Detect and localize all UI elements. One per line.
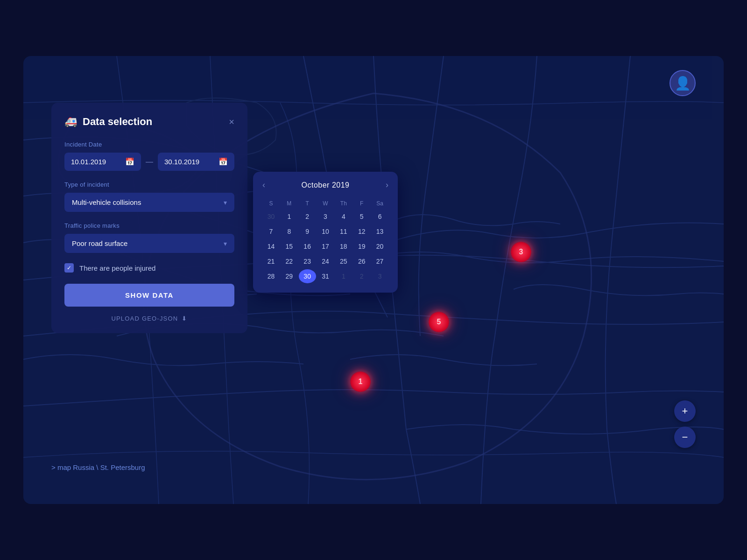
calendar-grid: S M T W Th F Sa 30 1 2 3 4 5 6 7 8 9 10 … [262, 198, 388, 283]
panel-header: 🚑 Data selection × [64, 116, 234, 128]
zoom-in-button[interactable]: + [674, 400, 696, 422]
type-select-wrapper: Multi-vehicle collisions ▾ [64, 193, 234, 212]
cal-cell[interactable]: 15 [281, 239, 298, 253]
day-header-m: M [281, 198, 298, 209]
breadcrumb: > map Russia \ St. Petersburg [51, 463, 145, 471]
cal-cell[interactable]: 2 [299, 210, 316, 224]
calendar-next-button[interactable]: › [386, 180, 388, 190]
police-label: Traffic police marks [64, 222, 234, 229]
cal-cell-selected[interactable]: 30 [299, 269, 316, 283]
cal-cell[interactable]: 8 [281, 224, 298, 238]
cal-cell[interactable]: 11 [335, 224, 352, 238]
cal-cell[interactable]: 29 [281, 269, 298, 283]
day-header-s: S [262, 198, 280, 209]
police-value: Poor road surface [72, 239, 127, 247]
close-button[interactable]: × [229, 117, 234, 126]
date-range-row: 10.01.2019 📅 — 30.10.2019 📅 [64, 153, 234, 171]
cal-cell[interactable]: 23 [299, 254, 316, 268]
cal-cell[interactable]: 1 [281, 210, 298, 224]
police-select-wrapper: Poor road surface ▾ [64, 234, 234, 253]
checkmark-icon: ✓ [67, 265, 71, 271]
cal-cell[interactable]: 26 [353, 254, 370, 268]
cal-cell[interactable]: 12 [353, 224, 370, 238]
cal-cell[interactable]: 20 [371, 239, 388, 253]
main-container: 7 3 5 1 👤 🚑 Data selection × Incident Da… [23, 56, 724, 504]
download-icon: ⬇ [182, 315, 187, 322]
cal-cell[interactable]: 16 [299, 239, 316, 253]
type-chevron-icon: ▾ [224, 199, 227, 206]
incident-date-label: Incident Date [64, 141, 234, 148]
calendar-month-year: October 2019 [302, 181, 350, 189]
cal-cell[interactable]: 2 [353, 269, 370, 283]
cal-cell[interactable]: 24 [317, 254, 334, 268]
calendar-from-icon: 📅 [125, 157, 134, 166]
breadcrumb-path: Russia \ St. Petersburg [73, 463, 145, 471]
calendar-popup: ‹ October 2019 › S M T W Th F Sa 30 1 2 … [253, 172, 398, 293]
calendar-to-icon: 📅 [218, 157, 228, 166]
cal-cell[interactable]: 30 [262, 210, 280, 224]
cal-cell[interactable]: 13 [371, 224, 388, 238]
cal-cell[interactable]: 10 [317, 224, 334, 238]
injured-checkbox[interactable]: ✓ [64, 263, 74, 273]
day-header-w: W [317, 198, 334, 209]
type-value: Multi-vehicle collisions [72, 198, 141, 206]
checkbox-row: ✓ There are people injured [64, 263, 234, 273]
cal-cell[interactable]: 28 [262, 269, 280, 283]
police-chevron-icon: ▾ [224, 240, 227, 247]
type-select[interactable]: Multi-vehicle collisions ▾ [64, 193, 234, 212]
cal-cell[interactable]: 18 [335, 239, 352, 253]
map-marker-3[interactable]: 3 [511, 242, 531, 262]
cal-cell[interactable]: 3 [371, 269, 388, 283]
calendar-header: ‹ October 2019 › [262, 180, 388, 190]
cal-cell[interactable]: 6 [371, 210, 388, 224]
date-from-input[interactable]: 10.01.2019 📅 [64, 153, 141, 171]
data-selection-panel: 🚑 Data selection × Incident Date 10.01.2… [51, 103, 247, 333]
show-data-button[interactable]: SHOW DATA [64, 284, 234, 307]
cal-cell[interactable]: 14 [262, 239, 280, 253]
cal-cell[interactable]: 5 [353, 210, 370, 224]
cal-cell[interactable]: 17 [317, 239, 334, 253]
truck-icon: 🚑 [64, 116, 77, 128]
panel-title-area: 🚑 Data selection [64, 116, 152, 128]
avatar[interactable]: 👤 [669, 70, 696, 96]
map-marker-5[interactable]: 5 [429, 312, 449, 332]
type-label: Type of incident [64, 181, 234, 188]
zoom-out-button[interactable]: − [674, 427, 696, 448]
panel-title: Data selection [83, 116, 152, 128]
upload-link[interactable]: UPLOAD GEO-JSON ⬇ [64, 315, 234, 322]
cal-cell[interactable]: 7 [262, 224, 280, 238]
date-to-input[interactable]: 30.10.2019 📅 [158, 153, 234, 171]
police-select[interactable]: Poor road surface ▾ [64, 234, 234, 253]
injured-label: There are people injured [79, 264, 155, 272]
cal-cell[interactable]: 21 [262, 254, 280, 268]
map-controls: + − [674, 400, 696, 448]
cal-cell[interactable]: 4 [335, 210, 352, 224]
calendar-prev-button[interactable]: ‹ [262, 180, 265, 190]
day-header-t: T [299, 198, 316, 209]
date-separator: — [146, 158, 153, 166]
cal-cell[interactable]: 25 [335, 254, 352, 268]
day-header-sa: Sa [371, 198, 388, 209]
cal-cell[interactable]: 3 [317, 210, 334, 224]
breadcrumb-prefix: > map [51, 463, 71, 471]
avatar-icon: 👤 [675, 76, 691, 91]
cal-cell[interactable]: 22 [281, 254, 298, 268]
cal-cell[interactable]: 9 [299, 224, 316, 238]
cal-cell[interactable]: 19 [353, 239, 370, 253]
day-header-th: Th [335, 198, 352, 209]
day-header-f: F [353, 198, 370, 209]
map-marker-1[interactable]: 1 [350, 371, 371, 392]
cal-cell[interactable]: 1 [335, 269, 352, 283]
cal-cell[interactable]: 31 [317, 269, 334, 283]
upload-label: UPLOAD GEO-JSON [111, 315, 178, 322]
cal-cell[interactable]: 27 [371, 254, 388, 268]
